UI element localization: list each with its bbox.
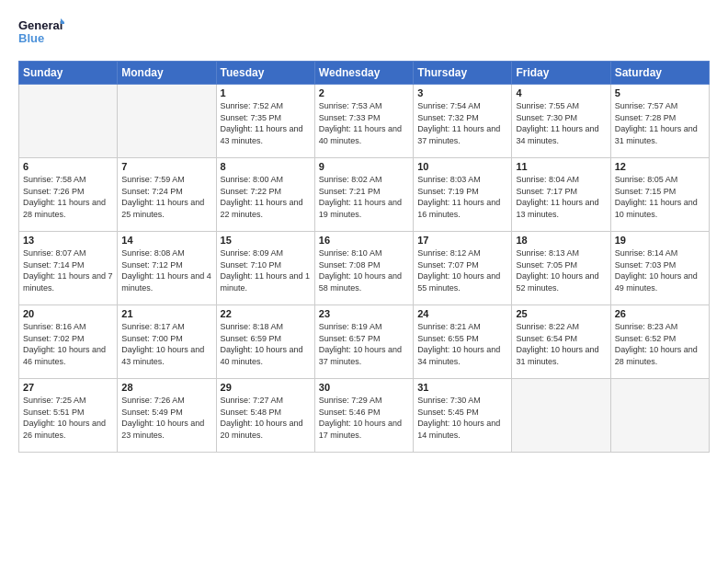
calendar-cell <box>610 379 709 453</box>
day-number: 4 <box>516 87 606 98</box>
day-number: 6 <box>23 161 113 172</box>
day-info: Sunrise: 8:19 AMSunset: 6:57 PMDaylight:… <box>319 321 409 367</box>
weekday-header: Tuesday <box>216 62 314 85</box>
day-number: 23 <box>319 308 409 319</box>
weekday-header: Monday <box>118 62 216 85</box>
day-number: 14 <box>121 235 211 246</box>
calendar-cell: 25Sunrise: 8:22 AMSunset: 6:54 PMDayligh… <box>512 305 610 379</box>
calendar-cell: 4Sunrise: 7:55 AMSunset: 7:30 PMDaylight… <box>512 85 610 158</box>
weekday-header: Saturday <box>610 62 709 85</box>
calendar-cell: 15Sunrise: 8:09 AMSunset: 7:10 PMDayligh… <box>216 232 314 305</box>
day-number: 13 <box>23 235 113 246</box>
weekday-header: Thursday <box>414 62 512 85</box>
day-number: 21 <box>121 308 211 319</box>
calendar-cell <box>19 85 118 158</box>
calendar-cell: 27Sunrise: 7:25 AMSunset: 5:51 PMDayligh… <box>19 379 118 453</box>
day-info: Sunrise: 8:23 AMSunset: 6:52 PMDaylight:… <box>615 321 705 367</box>
calendar-cell: 9Sunrise: 8:02 AMSunset: 7:21 PMDaylight… <box>314 158 413 232</box>
calendar-cell: 24Sunrise: 8:21 AMSunset: 6:55 PMDayligh… <box>414 305 512 379</box>
calendar-week-row: 27Sunrise: 7:25 AMSunset: 5:51 PMDayligh… <box>19 379 710 453</box>
logo-svg: General Blue <box>18 15 64 52</box>
calendar-cell: 8Sunrise: 8:00 AMSunset: 7:22 PMDaylight… <box>216 158 314 232</box>
svg-text:General: General <box>18 18 63 32</box>
calendar-cell: 10Sunrise: 8:03 AMSunset: 7:19 PMDayligh… <box>414 158 512 232</box>
day-info: Sunrise: 8:10 AMSunset: 7:08 PMDaylight:… <box>319 247 409 293</box>
calendar-cell: 1Sunrise: 7:52 AMSunset: 7:35 PMDaylight… <box>216 85 314 158</box>
day-info: Sunrise: 8:02 AMSunset: 7:21 PMDaylight:… <box>319 174 409 220</box>
calendar-week-row: 13Sunrise: 8:07 AMSunset: 7:14 PMDayligh… <box>19 232 710 305</box>
day-number: 28 <box>121 382 211 393</box>
logo: General Blue <box>18 15 64 52</box>
calendar-cell: 20Sunrise: 8:16 AMSunset: 7:02 PMDayligh… <box>19 305 118 379</box>
weekday-header-row: SundayMondayTuesdayWednesdayThursdayFrid… <box>19 62 710 85</box>
day-number: 16 <box>319 235 409 246</box>
calendar-cell <box>512 379 610 453</box>
day-info: Sunrise: 8:09 AMSunset: 7:10 PMDaylight:… <box>221 247 311 293</box>
calendar-cell: 6Sunrise: 7:58 AMSunset: 7:26 PMDaylight… <box>19 158 118 232</box>
calendar-cell: 12Sunrise: 8:05 AMSunset: 7:15 PMDayligh… <box>610 158 709 232</box>
day-info: Sunrise: 7:58 AMSunset: 7:26 PMDaylight:… <box>23 174 113 220</box>
day-number: 26 <box>615 308 705 319</box>
day-number: 29 <box>221 382 311 393</box>
day-info: Sunrise: 8:14 AMSunset: 7:03 PMDaylight:… <box>615 247 705 293</box>
day-number: 19 <box>615 235 705 246</box>
calendar-cell: 19Sunrise: 8:14 AMSunset: 7:03 PMDayligh… <box>610 232 709 305</box>
calendar-cell: 2Sunrise: 7:53 AMSunset: 7:33 PMDaylight… <box>314 85 413 158</box>
calendar-cell: 5Sunrise: 7:57 AMSunset: 7:28 PMDaylight… <box>610 85 709 158</box>
calendar-cell: 17Sunrise: 8:12 AMSunset: 7:07 PMDayligh… <box>414 232 512 305</box>
day-number: 11 <box>516 161 606 172</box>
day-info: Sunrise: 7:59 AMSunset: 7:24 PMDaylight:… <box>121 174 211 220</box>
day-info: Sunrise: 8:13 AMSunset: 7:05 PMDaylight:… <box>516 247 606 293</box>
day-number: 1 <box>221 87 311 98</box>
weekday-header: Friday <box>512 62 610 85</box>
day-info: Sunrise: 8:18 AMSunset: 6:59 PMDaylight:… <box>221 321 311 367</box>
day-info: Sunrise: 7:26 AMSunset: 5:49 PMDaylight:… <box>121 395 211 441</box>
day-number: 2 <box>319 87 409 98</box>
day-info: Sunrise: 7:52 AMSunset: 7:35 PMDaylight:… <box>221 100 311 146</box>
calendar-cell: 23Sunrise: 8:19 AMSunset: 6:57 PMDayligh… <box>314 305 413 379</box>
calendar-cell: 16Sunrise: 8:10 AMSunset: 7:08 PMDayligh… <box>314 232 413 305</box>
day-info: Sunrise: 7:54 AMSunset: 7:32 PMDaylight:… <box>417 100 507 146</box>
day-info: Sunrise: 8:04 AMSunset: 7:17 PMDaylight:… <box>516 174 606 220</box>
day-info: Sunrise: 7:25 AMSunset: 5:51 PMDaylight:… <box>23 395 113 441</box>
calendar-cell: 26Sunrise: 8:23 AMSunset: 6:52 PMDayligh… <box>610 305 709 379</box>
calendar-week-row: 20Sunrise: 8:16 AMSunset: 7:02 PMDayligh… <box>19 305 710 379</box>
day-number: 17 <box>417 235 507 246</box>
weekday-header: Sunday <box>19 62 118 85</box>
day-info: Sunrise: 8:05 AMSunset: 7:15 PMDaylight:… <box>615 174 705 220</box>
day-info: Sunrise: 8:03 AMSunset: 7:19 PMDaylight:… <box>417 174 507 220</box>
calendar-page: General Blue SundayMondayTuesdayWednesda… <box>0 0 728 563</box>
day-number: 20 <box>23 308 113 319</box>
calendar-cell: 22Sunrise: 8:18 AMSunset: 6:59 PMDayligh… <box>216 305 314 379</box>
weekday-header: Wednesday <box>314 62 413 85</box>
day-info: Sunrise: 8:16 AMSunset: 7:02 PMDaylight:… <box>23 321 113 367</box>
calendar-cell: 21Sunrise: 8:17 AMSunset: 7:00 PMDayligh… <box>118 305 216 379</box>
calendar-cell: 14Sunrise: 8:08 AMSunset: 7:12 PMDayligh… <box>118 232 216 305</box>
day-number: 5 <box>615 87 705 98</box>
day-info: Sunrise: 7:29 AMSunset: 5:46 PMDaylight:… <box>319 395 409 441</box>
day-number: 24 <box>417 308 507 319</box>
day-info: Sunrise: 8:08 AMSunset: 7:12 PMDaylight:… <box>121 247 211 293</box>
day-info: Sunrise: 7:30 AMSunset: 5:45 PMDaylight:… <box>417 395 507 441</box>
day-number: 8 <box>221 161 311 172</box>
day-number: 22 <box>221 308 311 319</box>
day-number: 10 <box>417 161 507 172</box>
calendar-cell <box>118 85 216 158</box>
day-number: 7 <box>121 161 211 172</box>
calendar-table: SundayMondayTuesdayWednesdayThursdayFrid… <box>18 61 710 453</box>
day-number: 9 <box>319 161 409 172</box>
day-number: 25 <box>516 308 606 319</box>
calendar-cell: 31Sunrise: 7:30 AMSunset: 5:45 PMDayligh… <box>414 379 512 453</box>
day-number: 3 <box>417 87 507 98</box>
calendar-cell: 29Sunrise: 7:27 AMSunset: 5:48 PMDayligh… <box>216 379 314 453</box>
day-info: Sunrise: 8:22 AMSunset: 6:54 PMDaylight:… <box>516 321 606 367</box>
day-number: 12 <box>615 161 705 172</box>
header: General Blue <box>18 15 710 52</box>
calendar-week-row: 6Sunrise: 7:58 AMSunset: 7:26 PMDaylight… <box>19 158 710 232</box>
day-info: Sunrise: 7:57 AMSunset: 7:28 PMDaylight:… <box>615 100 705 146</box>
calendar-cell: 13Sunrise: 8:07 AMSunset: 7:14 PMDayligh… <box>19 232 118 305</box>
calendar-week-row: 1Sunrise: 7:52 AMSunset: 7:35 PMDaylight… <box>19 85 710 158</box>
calendar-cell: 11Sunrise: 8:04 AMSunset: 7:17 PMDayligh… <box>512 158 610 232</box>
calendar-cell: 28Sunrise: 7:26 AMSunset: 5:49 PMDayligh… <box>118 379 216 453</box>
day-number: 30 <box>319 382 409 393</box>
